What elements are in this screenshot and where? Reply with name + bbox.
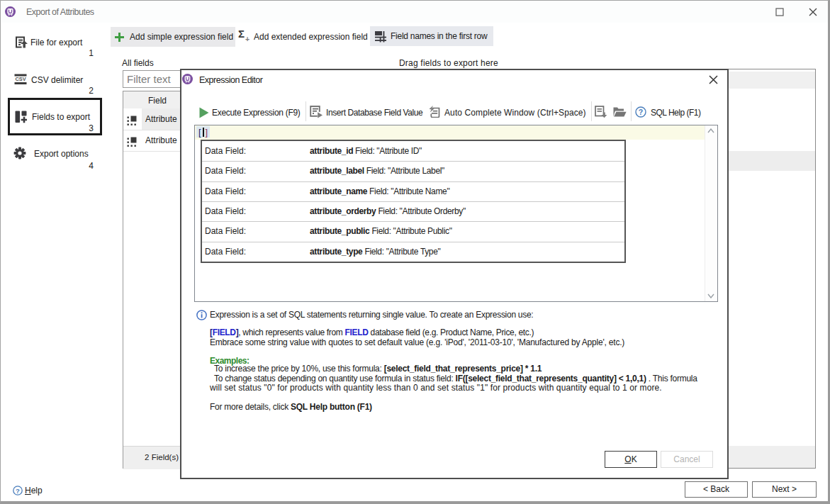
svg-text:CSV: CSV: [15, 76, 26, 82]
svg-text:Σ: Σ: [238, 30, 245, 40]
svg-text:?: ?: [639, 108, 643, 116]
svg-text:?: ?: [16, 487, 20, 495]
svg-text:+: +: [245, 35, 249, 43]
